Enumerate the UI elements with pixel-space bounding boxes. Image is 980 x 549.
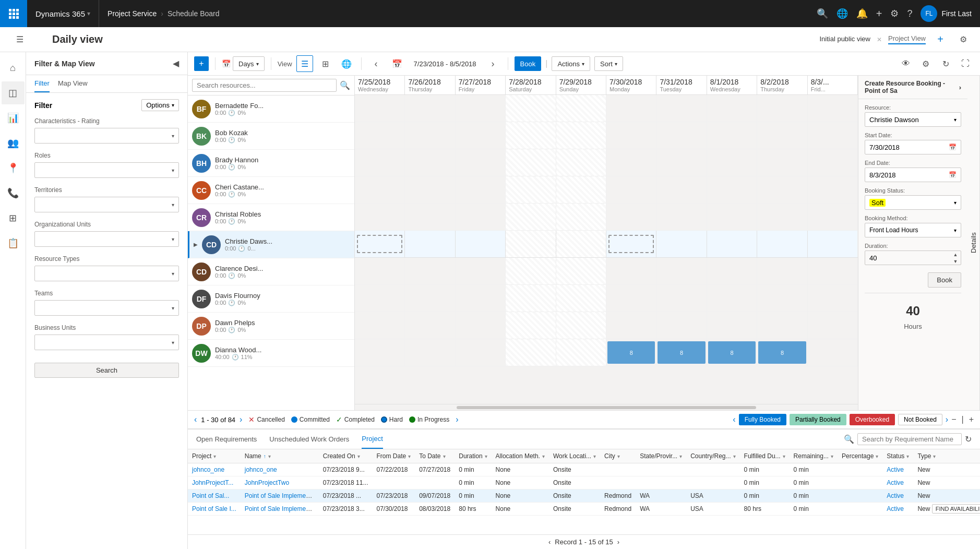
col-city[interactable]: City ▾ <box>600 449 636 463</box>
horizontal-scrollbar[interactable] <box>355 404 858 410</box>
work-filter-icon[interactable]: ▾ <box>593 453 596 459</box>
name-filter-icon[interactable]: ▾ <box>268 453 271 459</box>
name-link[interactable]: Point of Sale Implementation <box>245 492 319 499</box>
req-refresh-button[interactable]: ↻ <box>965 434 972 444</box>
resource-item[interactable]: BK Bob Kozak 0:00 🕐 0% <box>188 123 354 150</box>
duration-input[interactable]: 40 ▲ ▼ <box>865 250 961 265</box>
resource-collapse-icon[interactable]: ▶ <box>194 242 198 247</box>
menu-toggle[interactable]: ☰ <box>8 28 31 51</box>
to-filter-icon[interactable]: ▾ <box>443 453 446 459</box>
project-view-tab[interactable]: Project View <box>888 34 926 44</box>
grid-view-button[interactable]: ⊞ <box>317 55 334 72</box>
duration-down-button[interactable]: ▼ <box>950 258 961 265</box>
filter-resource-types-dropdown[interactable]: ▾ <box>34 266 179 281</box>
req-search-icon[interactable]: 🔍 <box>844 434 854 444</box>
name-link[interactable]: JohnProjectTwo <box>245 479 289 486</box>
duration-stepper[interactable]: ▲ ▼ <box>950 251 961 265</box>
filter-search-button[interactable]: Search <box>34 363 179 378</box>
name-sort-icon[interactable]: ↑ <box>264 453 266 459</box>
city-filter-icon[interactable]: ▾ <box>617 453 620 459</box>
zoom-out-button[interactable]: − <box>951 415 956 424</box>
col-name[interactable]: Name ↑ ▾ <box>241 449 319 463</box>
sidebar-people-icon[interactable]: 👥 <box>2 132 25 154</box>
sort-button[interactable]: Sort ▾ <box>594 56 623 71</box>
settings-icon[interactable]: ⚙ <box>890 8 899 19</box>
globe-view-button[interactable]: 🌐 <box>338 55 355 72</box>
sidebar-schedule-icon[interactable]: ◫ <box>2 81 25 104</box>
filter-panel-collapse-button[interactable]: ◀ <box>173 58 179 68</box>
status-link[interactable]: Active <box>887 479 904 486</box>
sidebar-phone-icon[interactable]: 📞 <box>2 182 25 205</box>
filter-options-button[interactable]: Options ▾ <box>141 99 179 111</box>
alloc-filter-icon[interactable]: ▾ <box>542 453 545 459</box>
table-row[interactable]: johnco_one johnco_one 07/23/2018 9... 07… <box>188 463 980 476</box>
duration-up-button[interactable]: ▲ <box>950 251 961 258</box>
legend-more-right[interactable]: › <box>456 415 458 424</box>
resource-item[interactable]: CR Christal Robles 0:00 🕐 0% <box>188 204 354 231</box>
resource-item[interactable]: DW Dianna Wood... 40:00 🕐 11% <box>188 340 354 367</box>
table-row-selected[interactable]: Point of Sal... Point of Sale Implementa… <box>188 490 980 503</box>
pagination-next-button[interactable]: › <box>617 538 619 546</box>
actions-button[interactable]: Actions ▾ <box>552 56 590 71</box>
pagination-prev-button[interactable]: ‹ <box>548 538 551 546</box>
status-link[interactable]: Active <box>887 492 904 499</box>
col-country[interactable]: Country/Reg... ▾ <box>686 449 739 463</box>
sidebar-home-icon[interactable]: ⌂ <box>2 56 25 79</box>
filter-roles-dropdown[interactable]: ▾ <box>34 162 179 178</box>
col-to[interactable]: To Date ▾ <box>415 449 455 463</box>
fulfilled-filter-icon[interactable]: ▾ <box>783 453 785 459</box>
remaining-filter-icon[interactable]: ▾ <box>831 453 833 459</box>
globe-icon[interactable]: 🌐 <box>836 8 848 19</box>
table-row[interactable]: JohnProjectT... JohnProjectTwo 07/23/201… <box>188 476 980 490</box>
add-view-button[interactable]: + <box>932 31 949 48</box>
req-tab-unscheduled[interactable]: Unscheduled Work Orders <box>269 430 349 448</box>
resource-item[interactable]: BF Bernadette Fo... 0:00 🕐 0% <box>188 96 354 123</box>
zoom-in-button[interactable]: + <box>969 415 974 424</box>
table-row[interactable]: Point of Sale I... Point of Sale Impleme… <box>188 503 980 516</box>
legend-right-prev[interactable]: ‹ <box>733 415 735 424</box>
initial-public-view-tab[interactable]: Initial public view <box>819 35 870 44</box>
created-filter-icon[interactable]: ▾ <box>357 453 360 459</box>
settings-schedule-button[interactable]: ⚙ <box>917 55 934 72</box>
app-switcher[interactable]: Dynamics 365 ▾ <box>27 0 99 27</box>
find-availability-badge[interactable]: FIND AVAILABILITY <box>932 504 980 514</box>
book-button[interactable]: Book <box>515 56 542 71</box>
percentage-filter-icon[interactable]: ▾ <box>876 453 878 459</box>
col-alloc[interactable]: Allocation Meth. ▾ <box>492 449 549 463</box>
refresh-button[interactable]: ↻ <box>937 55 954 72</box>
col-type[interactable]: Type ▾ <box>913 449 980 463</box>
filter-characteristics-dropdown[interactable]: ▾ <box>34 128 179 144</box>
status-filter-icon[interactable]: ▾ <box>906 453 909 459</box>
scrollbar-thumb[interactable] <box>457 406 756 409</box>
filter-teams-dropdown[interactable]: ▾ <box>34 300 179 316</box>
col-percentage[interactable]: Percentage ▾ <box>838 449 882 463</box>
resource-item[interactable]: CD Clarence Desi... 0:00 🕐 0% <box>188 258 354 285</box>
col-from[interactable]: From Date ▾ <box>372 449 415 463</box>
resource-item[interactable]: BH Brady Hannon 0:00 🕐 0% <box>188 150 354 177</box>
col-fulfilled[interactable]: Fulfilled Du... ▾ <box>740 449 790 463</box>
resource-dropdown[interactable]: Christie Dawson ▾ <box>865 112 961 127</box>
project-link[interactable]: Point of Sal... <box>192 492 229 499</box>
col-status[interactable]: Status ▾ <box>882 449 913 463</box>
col-work-location[interactable]: Work Locati... ▾ <box>549 449 600 463</box>
state-filter-icon[interactable]: ▾ <box>679 453 682 459</box>
from-filter-icon[interactable]: ▾ <box>408 453 411 459</box>
filter-tab-filter[interactable]: Filter <box>34 79 50 92</box>
days-button[interactable]: Days ▾ <box>233 56 265 71</box>
req-tab-open[interactable]: Open Requirements <box>196 430 257 448</box>
resource-search-button[interactable]: 🔍 <box>340 80 350 90</box>
col-duration[interactable]: Duration ▾ <box>455 449 491 463</box>
user-menu[interactable]: FL First Last <box>921 5 972 22</box>
sidebar-chart-icon[interactable]: 📊 <box>2 106 25 129</box>
help-icon[interactable]: ? <box>907 8 912 19</box>
project-service-label[interactable]: Project Service <box>107 9 157 18</box>
col-remaining[interactable]: Remaining... ▾ <box>790 449 838 463</box>
name-link[interactable]: Point of Sale Implementation - Consultin… <box>245 505 319 512</box>
right-panel-expand-icon[interactable]: › <box>959 83 961 91</box>
legend-expand-button[interactable]: › <box>240 415 242 424</box>
resource-item-selected[interactable]: ▶ CD Christie Daws... 0:00 🕐 0... <box>188 231 354 258</box>
next-date-button[interactable]: › <box>485 55 501 72</box>
col-state[interactable]: State/Provir... ▾ <box>636 449 686 463</box>
add-icon[interactable]: + <box>876 8 882 20</box>
sidebar-map-icon[interactable]: 📍 <box>2 157 25 180</box>
